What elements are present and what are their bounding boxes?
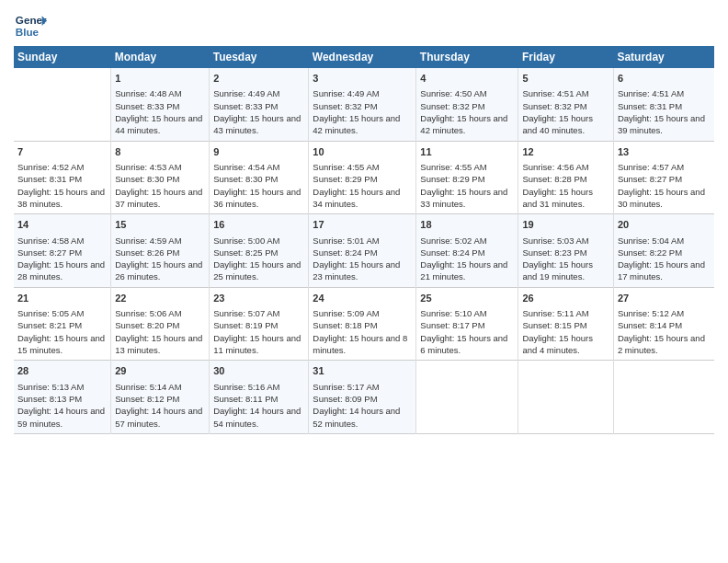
sunrise-text: Sunrise: 4:48 AM — [115, 87, 205, 99]
sunrise-text: Sunrise: 4:56 AM — [522, 161, 609, 173]
sunrise-text: Sunrise: 4:53 AM — [115, 161, 205, 173]
calendar-cell: 19Sunrise: 5:03 AMSunset: 8:23 PMDayligh… — [518, 214, 613, 288]
calendar-cell: 28Sunrise: 5:13 AMSunset: 8:13 PMDayligh… — [14, 361, 111, 434]
sunrise-text: Sunrise: 4:59 AM — [115, 235, 205, 247]
sunset-text: Sunset: 8:27 PM — [618, 173, 711, 185]
sunset-text: Sunset: 8:11 PM — [213, 393, 304, 405]
week-row-2: 7Sunrise: 4:52 AMSunset: 8:31 PMDaylight… — [14, 141, 714, 214]
sunrise-text: Sunrise: 5:05 AM — [17, 307, 107, 319]
calendar-cell: 11Sunrise: 4:55 AMSunset: 8:29 PMDayligh… — [416, 141, 518, 214]
calendar-cell: 27Sunrise: 5:12 AMSunset: 8:14 PMDayligh… — [613, 287, 714, 361]
sunrise-text: Sunrise: 5:03 AM — [522, 235, 609, 247]
sunrise-text: Sunrise: 4:57 AM — [618, 161, 711, 173]
calendar-cell: 17Sunrise: 5:01 AMSunset: 8:24 PMDayligh… — [309, 214, 416, 288]
sunrise-text: Sunrise: 5:13 AM — [17, 381, 107, 393]
sunrise-text: Sunrise: 4:50 AM — [420, 87, 514, 99]
daylight-text: Daylight: 15 hours and 43 minutes. — [213, 112, 304, 137]
calendar-cell: 30Sunrise: 5:16 AMSunset: 8:11 PMDayligh… — [210, 361, 309, 434]
week-row-3: 14Sunrise: 4:58 AMSunset: 8:27 PMDayligh… — [14, 214, 714, 288]
calendar-cell — [416, 361, 518, 434]
sunrise-text: Sunrise: 4:52 AM — [17, 161, 107, 173]
daylight-text: Daylight: 14 hours and 52 minutes. — [313, 405, 412, 430]
day-number: 3 — [313, 72, 412, 86]
daylight-text: Daylight: 14 hours and 54 minutes. — [213, 405, 304, 430]
day-number: 25 — [420, 292, 514, 305]
logo: General Blue — [14, 9, 47, 42]
sunset-text: Sunset: 8:26 PM — [115, 247, 205, 259]
calendar-cell: 14Sunrise: 4:58 AMSunset: 8:27 PMDayligh… — [14, 214, 111, 288]
day-number: 2 — [213, 72, 304, 86]
week-row-1: 1Sunrise: 4:48 AMSunset: 8:33 PMDaylight… — [14, 68, 714, 141]
calendar-cell: 7Sunrise: 4:52 AMSunset: 8:31 PMDaylight… — [14, 141, 111, 214]
sunset-text: Sunset: 8:33 PM — [115, 100, 205, 112]
sunset-text: Sunset: 8:28 PM — [522, 173, 609, 185]
daylight-text: Daylight: 15 hours and 44 minutes. — [115, 112, 205, 137]
sunset-text: Sunset: 8:14 PM — [618, 319, 711, 331]
day-number: 5 — [522, 72, 609, 86]
sunrise-text: Sunrise: 5:01 AM — [313, 235, 412, 247]
column-header-sunday: Sunday — [14, 46, 111, 68]
week-row-5: 28Sunrise: 5:13 AMSunset: 8:13 PMDayligh… — [14, 361, 714, 434]
calendar-cell: 6Sunrise: 4:51 AMSunset: 8:31 PMDaylight… — [613, 68, 714, 141]
calendar-cell: 2Sunrise: 4:49 AMSunset: 8:33 PMDaylight… — [210, 68, 309, 141]
day-number: 26 — [522, 292, 609, 305]
sunrise-text: Sunrise: 5:14 AM — [115, 381, 205, 393]
day-number: 23 — [213, 292, 304, 305]
daylight-text: Daylight: 15 hours and 34 minutes. — [313, 186, 412, 211]
sunset-text: Sunset: 8:15 PM — [522, 319, 609, 331]
calendar-cell: 3Sunrise: 4:49 AMSunset: 8:32 PMDaylight… — [309, 68, 416, 141]
sunset-text: Sunset: 8:24 PM — [313, 247, 412, 259]
daylight-text: Daylight: 15 hours and 39 minutes. — [618, 112, 711, 137]
sunset-text: Sunset: 8:32 PM — [522, 100, 609, 112]
sunset-text: Sunset: 8:13 PM — [17, 393, 107, 405]
daylight-text: Daylight: 15 hours and 25 minutes. — [213, 259, 304, 283]
daylight-text: Daylight: 15 hours and 13 minutes. — [115, 332, 205, 357]
sunrise-text: Sunrise: 4:55 AM — [313, 161, 412, 173]
day-number: 28 — [17, 364, 107, 378]
column-header-monday: Monday — [111, 46, 210, 68]
sunset-text: Sunset: 8:18 PM — [313, 319, 412, 331]
calendar-cell: 20Sunrise: 5:04 AMSunset: 8:22 PMDayligh… — [613, 214, 714, 288]
daylight-text: Daylight: 15 hours and 33 minutes. — [420, 186, 514, 211]
calendar-cell: 8Sunrise: 4:53 AMSunset: 8:30 PMDaylight… — [111, 141, 210, 214]
daylight-text: Daylight: 15 hours and 17 minutes. — [618, 259, 711, 283]
day-number: 10 — [313, 145, 412, 159]
daylight-text: Daylight: 15 hours and 28 minutes. — [17, 259, 107, 283]
calendar-cell: 25Sunrise: 5:10 AMSunset: 8:17 PMDayligh… — [416, 287, 518, 361]
day-number: 17 — [313, 218, 412, 232]
sunrise-text: Sunrise: 4:58 AM — [17, 235, 107, 247]
daylight-text: Daylight: 15 hours and 23 minutes. — [313, 259, 412, 283]
sunset-text: Sunset: 8:21 PM — [17, 319, 107, 331]
column-header-tuesday: Tuesday — [210, 46, 309, 68]
sunrise-text: Sunrise: 4:51 AM — [522, 87, 609, 99]
daylight-text: Daylight: 15 hours and 26 minutes. — [115, 259, 205, 283]
calendar-cell: 22Sunrise: 5:06 AMSunset: 8:20 PMDayligh… — [111, 287, 210, 361]
sunset-text: Sunset: 8:09 PM — [313, 393, 412, 405]
sunset-text: Sunset: 8:31 PM — [618, 100, 711, 112]
day-number: 1 — [115, 72, 205, 86]
day-number: 24 — [313, 292, 412, 305]
calendar-cell: 16Sunrise: 5:00 AMSunset: 8:25 PMDayligh… — [210, 214, 309, 288]
sunrise-text: Sunrise: 5:10 AM — [420, 307, 514, 319]
sunset-text: Sunset: 8:31 PM — [17, 173, 107, 185]
header: General Blue — [14, 9, 714, 42]
day-number: 13 — [618, 145, 711, 159]
calendar-cell: 26Sunrise: 5:11 AMSunset: 8:15 PMDayligh… — [518, 287, 613, 361]
sunset-text: Sunset: 8:12 PM — [115, 393, 205, 405]
day-number: 8 — [115, 145, 205, 159]
day-number: 29 — [115, 364, 205, 378]
sunset-text: Sunset: 8:22 PM — [618, 247, 711, 259]
sunrise-text: Sunrise: 4:49 AM — [313, 87, 412, 99]
day-number: 27 — [618, 292, 711, 305]
day-number: 14 — [17, 218, 107, 232]
calendar-cell: 9Sunrise: 4:54 AMSunset: 8:30 PMDaylight… — [210, 141, 309, 214]
daylight-text: Daylight: 15 hours and 2 minutes. — [618, 332, 711, 357]
day-number: 16 — [213, 218, 304, 232]
sunset-text: Sunset: 8:33 PM — [213, 100, 304, 112]
daylight-text: Daylight: 15 hours and 36 minutes. — [213, 186, 304, 211]
daylight-text: Daylight: 15 hours and 6 minutes. — [420, 332, 514, 357]
sunrise-text: Sunrise: 5:12 AM — [618, 307, 711, 319]
calendar-cell: 24Sunrise: 5:09 AMSunset: 8:18 PMDayligh… — [309, 287, 416, 361]
logo-icon: General Blue — [14, 9, 47, 42]
sunset-text: Sunset: 8:20 PM — [115, 319, 205, 331]
